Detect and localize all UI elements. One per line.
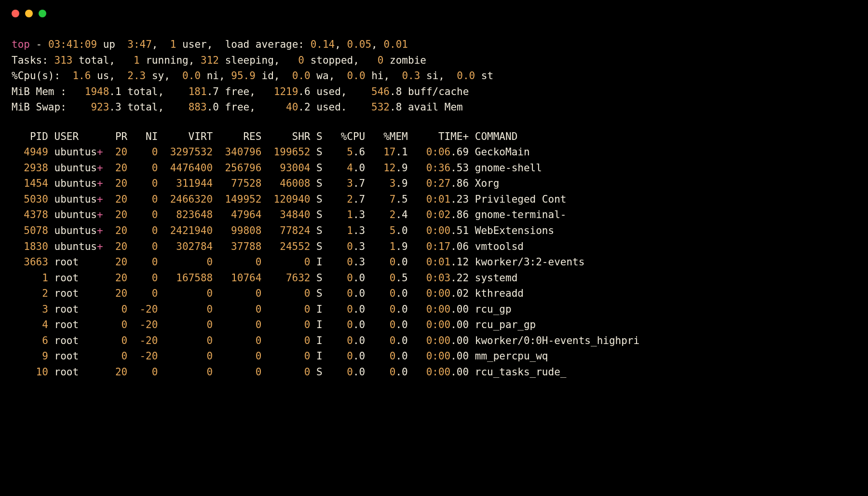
cell-cpu: 0.0 — [323, 348, 366, 364]
cell-ni: 0 — [127, 160, 158, 176]
cell-command: rcu_par_gp — [469, 317, 856, 333]
cell-command: kworker/3:2-events — [469, 254, 856, 270]
cell-mem: 0.5 — [365, 270, 408, 286]
cell-shr: 34840 — [261, 207, 310, 223]
cell-shr: 93004 — [261, 160, 310, 176]
swap-total: 923 — [91, 101, 109, 113]
zoom-icon[interactable] — [39, 10, 46, 17]
col-virt: VIRT — [158, 129, 213, 145]
cell-user: ubuntus+ — [48, 144, 103, 160]
cell-res: 47964 — [213, 207, 261, 223]
cell-shr: 199652 — [261, 144, 310, 160]
swap-used: 40 — [286, 101, 298, 113]
cpu-id: 95.9 — [231, 70, 256, 82]
cell-pid: 4378 — [12, 207, 48, 223]
cell-cpu: 0.0 — [323, 317, 366, 333]
cell-state: S — [310, 192, 322, 207]
cell-state: S — [310, 286, 322, 302]
cell-ni: 0 — [127, 270, 158, 286]
process-row: 4949ubuntus+2003297532340796199652S5.617… — [12, 144, 856, 160]
cell-pr: 20 — [103, 254, 128, 270]
cell-pid: 5078 — [12, 223, 48, 239]
cell-res: 0 — [213, 333, 261, 349]
cell-virt: 0 — [158, 286, 213, 302]
cell-command: rcu_tasks_rude_ — [469, 364, 856, 380]
cell-mem: 0.0 — [365, 254, 408, 270]
cell-shr: 0 — [261, 333, 310, 349]
cell-cpu: 3.7 — [323, 176, 366, 192]
cell-pid: 10 — [12, 364, 48, 380]
cell-ni: -20 — [127, 302, 158, 317]
cell-time: 0:17.06 — [408, 239, 469, 255]
cell-state: I — [310, 333, 322, 349]
process-row: 1454ubuntus+2003119447752846008S3.73.90:… — [12, 176, 856, 192]
cell-shr: 7632 — [261, 270, 310, 286]
cell-user: ubuntus+ — [48, 160, 103, 176]
summary-users-n: 1 — [170, 39, 176, 50]
cell-res: 256796 — [213, 160, 261, 176]
cell-mem: 0.0 — [365, 302, 408, 317]
cell-cpu: 1.3 — [323, 207, 366, 223]
col-res: RES — [213, 129, 261, 145]
cell-ni: 0 — [127, 286, 158, 302]
cell-pr: 0 — [103, 333, 128, 349]
cell-time: 0:00.00 — [408, 348, 469, 364]
col-time: TIME+ — [408, 129, 469, 145]
cpu-line: %Cpu(s): 1.6 us, 2.3 sy, 0.0 ni, 95.9 id… — [12, 68, 856, 84]
process-row: 5078ubuntus+20024219409980877824S1.35.00… — [12, 223, 856, 239]
tasks-zombie: 0 — [378, 55, 384, 66]
cell-user: ubuntus+ — [48, 207, 103, 223]
cell-pr: 20 — [103, 176, 128, 192]
cell-virt: 0 — [158, 254, 213, 270]
cell-cpu: 0.0 — [323, 286, 366, 302]
cell-virt: 311944 — [158, 176, 213, 192]
cell-pid: 1830 — [12, 239, 48, 255]
close-icon[interactable] — [12, 10, 19, 17]
cell-res: 10764 — [213, 270, 261, 286]
cell-virt: 0 — [158, 302, 213, 317]
minimize-icon[interactable] — [25, 10, 33, 17]
cell-user: root — [48, 348, 103, 364]
cell-ni: 0 — [127, 239, 158, 255]
mem-free: 181 — [189, 86, 207, 97]
cell-mem: 0.0 — [365, 364, 408, 380]
cell-pr: 20 — [103, 270, 128, 286]
cell-virt: 2421940 — [158, 223, 213, 239]
cell-ni: -20 — [127, 348, 158, 364]
cell-command: kworker/0:0H-events_highpri — [469, 333, 856, 349]
cell-time: 0:00.02 — [408, 286, 469, 302]
cell-mem: 17.1 — [365, 144, 408, 160]
col-shr: SHR — [261, 129, 310, 145]
cell-ni: 0 — [127, 223, 158, 239]
cell-state: S — [310, 176, 322, 192]
cell-pid: 2 — [12, 286, 48, 302]
cell-res: 0 — [213, 317, 261, 333]
cell-mem: 2.4 — [365, 207, 408, 223]
cell-pr: 20 — [103, 160, 128, 176]
cell-pr: 20 — [103, 144, 128, 160]
cell-command: GeckoMain — [469, 144, 856, 160]
cell-pid: 2938 — [12, 160, 48, 176]
cell-mem: 1.9 — [365, 239, 408, 255]
cell-shr: 24552 — [261, 239, 310, 255]
cell-state: S — [310, 160, 322, 176]
cell-state: I — [310, 254, 322, 270]
cell-res: 0 — [213, 348, 261, 364]
cell-res: 149952 — [213, 192, 261, 207]
col-pr: PR — [103, 129, 128, 145]
cell-res: 0 — [213, 254, 261, 270]
cell-time: 0:06.69 — [408, 144, 469, 160]
swap-line: MiB Swap: 923.3 total, 883.0 free, 40.2 … — [12, 99, 856, 115]
process-row: 2root200000S0.00.00:00.02kthreadd — [12, 286, 856, 302]
cell-mem: 12.9 — [365, 160, 408, 176]
cell-pr: 20 — [103, 364, 128, 380]
cell-user: root — [48, 317, 103, 333]
cell-command: gnome-shell — [469, 160, 856, 176]
cell-ni: 0 — [127, 254, 158, 270]
cell-cpu: 0.3 — [323, 239, 366, 255]
cell-res: 0 — [213, 302, 261, 317]
mem-line: MiB Mem : 1948.1 total, 181.7 free, 1219… — [12, 84, 856, 100]
cell-res: 0 — [213, 286, 261, 302]
cell-mem: 3.9 — [365, 176, 408, 192]
cell-time: 0:00.00 — [408, 333, 469, 349]
